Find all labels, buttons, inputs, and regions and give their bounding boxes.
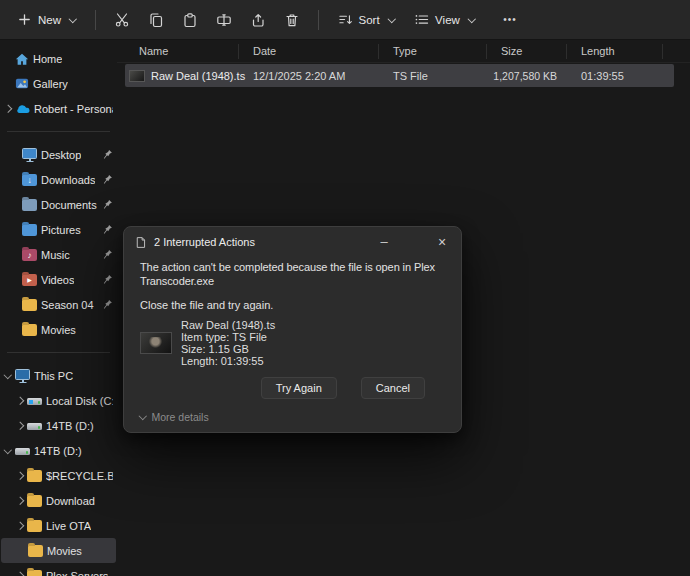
- chevron-right-icon: [16, 572, 24, 576]
- new-button[interactable]: New: [8, 6, 85, 33]
- sidebar-item-gallery[interactable]: Gallery: [0, 71, 117, 96]
- delete-button[interactable]: [276, 6, 308, 34]
- column-header-length[interactable]: Length: [567, 44, 663, 59]
- interrupted-action-dialog: 2 Interrupted Actions – × The action can…: [123, 226, 462, 433]
- file-operation-icon: [134, 236, 147, 249]
- expand-chevron[interactable]: [16, 398, 23, 404]
- sidebar-item-season-04[interactable]: Season 04: [0, 292, 117, 317]
- dialog-instruction: Close the file and try again.: [140, 299, 445, 311]
- expand-chevron[interactable]: [16, 498, 23, 504]
- column-headers: Name Date Type Size Length: [117, 40, 690, 63]
- expand-chevron[interactable]: [16, 523, 23, 529]
- pin-icon: [102, 249, 113, 260]
- sidebar-item-onedrive-personal[interactable]: Robert - Personal: [0, 96, 117, 121]
- sidebar-item-music[interactable]: Music: [0, 242, 117, 267]
- sidebar-item-this-pc[interactable]: This PC: [0, 363, 117, 388]
- sidebar-item-label: Downloads: [41, 174, 95, 186]
- share-button[interactable]: [242, 6, 274, 34]
- more-details-toggle[interactable]: More details: [140, 411, 209, 423]
- share-icon: [250, 12, 266, 28]
- dialog-title: 2 Interrupted Actions: [154, 236, 255, 248]
- sidebar-item-download[interactable]: Download: [0, 488, 117, 513]
- view-button[interactable]: View: [405, 6, 483, 33]
- close-button[interactable]: ×: [431, 230, 453, 254]
- trash-icon: [284, 12, 300, 28]
- expand-chevron[interactable]: [4, 374, 11, 378]
- sidebar-item-label: 14TB (D:): [34, 445, 82, 457]
- column-header-type[interactable]: Type: [379, 44, 487, 59]
- music-icon: [22, 249, 37, 261]
- sidebar-item-label: Gallery: [33, 78, 68, 90]
- expand-chevron[interactable]: [16, 423, 23, 429]
- dialog-file-item-type: Item type: TS File: [181, 331, 275, 343]
- file-size: 1,207,580 KB: [487, 70, 567, 82]
- expand-chevron[interactable]: [16, 473, 23, 479]
- sort-button[interactable]: Sort: [329, 6, 404, 33]
- pictures-icon: [22, 224, 37, 236]
- column-header-size[interactable]: Size: [487, 44, 567, 59]
- pin-icon: [102, 299, 113, 310]
- expand-chevron[interactable]: [4, 106, 11, 112]
- sidebar-item-label: Movies: [47, 545, 82, 557]
- sidebar-item-local-disk-c[interactable]: Local Disk (C:): [0, 388, 117, 413]
- sidebar-item-home[interactable]: Home: [0, 46, 117, 71]
- cancel-button[interactable]: Cancel: [361, 377, 425, 399]
- file-name: Raw Deal (1948).ts: [151, 70, 245, 82]
- sidebar-item-movies[interactable]: Movies: [1, 538, 116, 563]
- sidebar-item-documents[interactable]: Documents: [0, 192, 117, 217]
- see-more-icon: •••: [503, 14, 517, 25]
- column-header-name[interactable]: Name: [125, 44, 239, 59]
- folder-icon: [22, 324, 37, 336]
- minimize-button[interactable]: –: [373, 230, 395, 254]
- file-date: 12/1/2025 2:20 AM: [239, 70, 379, 82]
- chevron-right-icon: [4, 105, 12, 113]
- dialog-titlebar[interactable]: 2 Interrupted Actions – ×: [124, 227, 461, 257]
- folder-icon: [27, 570, 42, 576]
- rename-button[interactable]: [208, 6, 240, 34]
- sidebar-item-plex-servers[interactable]: Plex Servers: [0, 563, 117, 576]
- drive-icon: [15, 448, 30, 455]
- sidebar-item-label: Robert - Personal: [34, 103, 113, 115]
- documents-icon: [22, 199, 37, 211]
- sidebar-item-desktop[interactable]: Desktop: [0, 142, 117, 167]
- try-again-button[interactable]: Try Again: [261, 377, 337, 399]
- column-header-date[interactable]: Date: [239, 44, 379, 59]
- sidebar-item-label: Movies: [41, 324, 76, 336]
- clipboard-icon: [182, 12, 198, 28]
- sidebar-item-label: Plex Servers: [46, 570, 108, 576]
- dialog-buttons: Try Again Cancel: [140, 377, 445, 399]
- paste-button[interactable]: [174, 6, 206, 34]
- sidebar-item-downloads[interactable]: Downloads: [0, 167, 117, 192]
- chevron-down-icon: [468, 15, 476, 23]
- chevron-right-icon: [16, 497, 24, 505]
- sidebar-item-label: Videos: [41, 274, 74, 286]
- file-thumbnail-icon: [129, 70, 145, 82]
- onedrive-icon: [15, 103, 30, 114]
- dialog-file-name: Raw Deal (1948).ts: [181, 319, 275, 331]
- cut-button[interactable]: [106, 6, 138, 34]
- sidebar-item-pictures[interactable]: Pictures: [0, 217, 117, 242]
- expand-chevron[interactable]: [4, 449, 11, 453]
- scissors-icon: [114, 12, 130, 28]
- see-more-button[interactable]: •••: [495, 8, 525, 31]
- gallery-icon: [15, 77, 29, 90]
- drive-icon: [27, 423, 42, 430]
- chevron-down-icon: [4, 446, 12, 454]
- sidebar-item-label: Season 04: [41, 299, 94, 311]
- sidebar-item-label: Music: [41, 249, 70, 261]
- chevron-down-icon: [139, 412, 147, 420]
- sidebar-item-live-ota[interactable]: Live OTA: [0, 513, 117, 538]
- sidebar-item-videos[interactable]: Videos: [0, 267, 117, 292]
- file-length: 01:39:55: [567, 70, 663, 82]
- home-icon: [15, 52, 29, 66]
- file-row[interactable]: Raw Deal (1948).ts 12/1/2025 2:20 AM TS …: [125, 64, 674, 87]
- sidebar-item-movies-quickaccess[interactable]: Movies: [0, 317, 117, 342]
- sidebar-item-14tb-d[interactable]: 14TB (D:): [0, 413, 117, 438]
- copy-button[interactable]: [140, 6, 172, 34]
- plus-icon: [17, 12, 32, 27]
- sidebar-item-14tb-d-root[interactable]: 14TB (D:): [0, 438, 117, 463]
- rename-icon: [216, 12, 232, 28]
- sidebar-item-label: Pictures: [41, 224, 81, 236]
- sidebar-item-recycle-bin[interactable]: $RECYCLE.BIN: [0, 463, 117, 488]
- computer-icon: [15, 369, 30, 380]
